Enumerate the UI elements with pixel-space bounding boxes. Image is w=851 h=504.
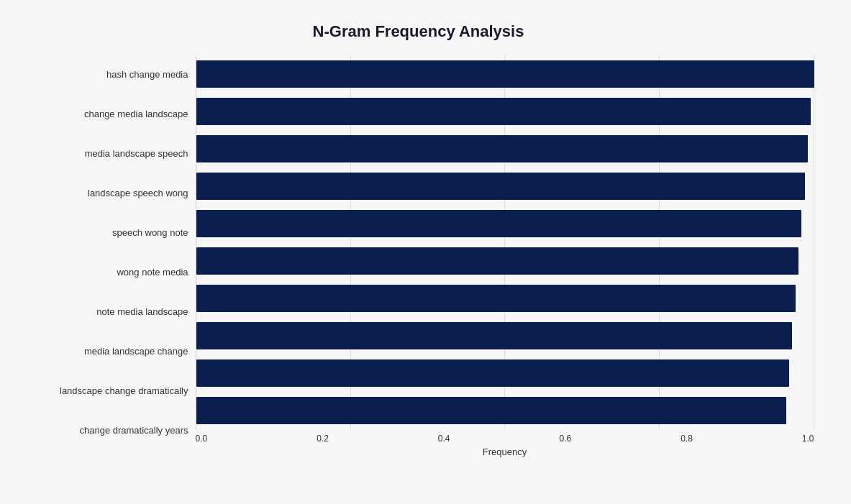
x-axis-label: Frequency [196, 446, 814, 457]
x-tick: 0.6 [559, 434, 571, 444]
x-tick: 0.4 [438, 434, 450, 444]
bar-row [196, 392, 814, 429]
bar-row [196, 242, 814, 280]
bar [196, 210, 802, 237]
bar-row [196, 317, 814, 354]
bars-area [196, 55, 814, 429]
bar-row [196, 280, 814, 317]
y-labels: hash change mediachange media landscapem… [23, 55, 196, 451]
y-label: note media landscape [23, 293, 188, 331]
chart-area: hash change mediachange media landscapem… [23, 55, 814, 451]
bar-row [196, 168, 814, 205]
y-label: speech wong note [23, 214, 188, 252]
bar-row [196, 354, 814, 392]
bar-row [196, 93, 814, 130]
x-tick: 0.0 [196, 434, 208, 444]
x-tick: 0.2 [317, 434, 329, 444]
bar [196, 60, 814, 88]
y-label: landscape speech wong [23, 175, 188, 212]
bar [196, 98, 811, 125]
bar [196, 359, 790, 387]
bar-row [196, 130, 814, 168]
x-tick: 1.0 [802, 434, 814, 444]
bar [196, 285, 796, 312]
bar [196, 247, 799, 275]
bar-row [196, 205, 814, 242]
y-label: change dramatically years [23, 412, 188, 449]
y-label: landscape change dramatically [23, 372, 188, 410]
y-label: media landscape change [23, 333, 188, 370]
chart-container: N-Gram Frequency Analysis hash change me… [16, 8, 836, 497]
chart-title: N-Gram Frequency Analysis [23, 22, 814, 41]
bars-and-xaxis: 0.00.20.40.60.81.0 Frequency [196, 55, 814, 451]
y-label: change media landscape [23, 96, 188, 133]
bar-row [196, 55, 814, 93]
y-label: wong note media [23, 254, 188, 291]
y-label: media landscape speech [23, 135, 188, 173]
bar [196, 397, 786, 424]
x-tick: 0.8 [681, 434, 693, 444]
bar [196, 322, 793, 349]
bar [196, 135, 808, 162]
y-label: hash change media [23, 56, 188, 93]
x-axis: 0.00.20.40.60.81.0 [196, 429, 814, 444]
bar [196, 173, 805, 200]
